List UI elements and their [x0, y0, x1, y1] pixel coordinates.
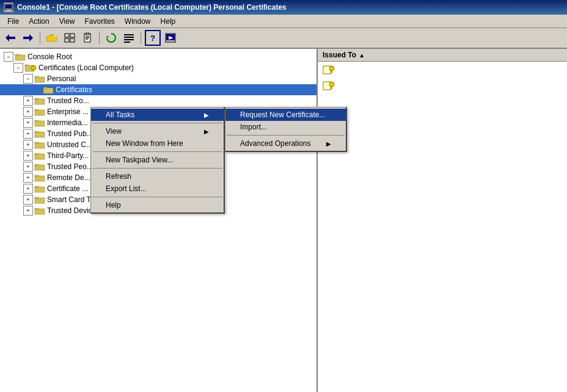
tree-item-trusted-root[interactable]: + Trusted Ro... — [0, 95, 316, 106]
expand-trusted-dev[interactable]: + — [23, 206, 33, 216]
menu-view[interactable]: View — [54, 16, 80, 27]
tree-label-certificate: Certificate ... — [47, 184, 88, 193]
menu-favorites[interactable]: Favorites — [80, 16, 120, 27]
submenu-item-import[interactable]: Import... — [225, 121, 346, 133]
tree-label-third-party: Third-Party... — [47, 151, 89, 160]
context-menu-item-view[interactable]: View ▶ — [91, 125, 224, 137]
clipboard-button[interactable] — [79, 30, 95, 46]
context-menu-item-new-taskpad[interactable]: New Taskpad View... — [91, 154, 224, 166]
issued-to-column[interactable]: Issued To — [323, 51, 356, 59]
refresh-button[interactable] — [103, 30, 119, 46]
svg-rect-61 — [35, 198, 45, 203]
expand-trusted-pub[interactable]: + — [23, 129, 33, 139]
context-menu-item-help[interactable]: Help — [91, 199, 224, 211]
collapse-personal[interactable]: − — [23, 74, 33, 84]
svg-point-67 — [331, 67, 334, 70]
list-button[interactable] — [121, 30, 137, 46]
menu-action[interactable]: Action — [24, 16, 54, 27]
expand-enterprise[interactable]: + — [23, 107, 33, 117]
context-menu-item-all-tasks[interactable]: All Tasks ▶ — [91, 109, 224, 121]
svg-rect-52 — [35, 142, 38, 143]
import-label: Import... — [240, 123, 267, 131]
svg-rect-25 — [124, 34, 134, 35]
expand-third-party[interactable]: + — [23, 151, 33, 161]
new-taskpad-label: New Taskpad View... — [106, 156, 173, 164]
toolbar-sep-2 — [99, 32, 100, 44]
expand-remote-de[interactable]: + — [23, 173, 33, 183]
collapse-certificates-local[interactable]: − — [13, 63, 23, 73]
svg-rect-59 — [35, 187, 45, 192]
svg-rect-1 — [5, 5, 12, 9]
cert-icon-1 — [323, 64, 335, 75]
svg-rect-16 — [70, 34, 75, 37]
svg-rect-63 — [35, 209, 45, 214]
open-button[interactable] — [44, 30, 60, 46]
expand-intermediate[interactable]: + — [23, 118, 33, 128]
svg-rect-7 — [23, 37, 29, 39]
svg-rect-72 — [331, 87, 332, 89]
submenu-item-request-new-cert[interactable]: Request New Certificate... — [225, 109, 346, 121]
personal-folder-icon — [34, 74, 45, 83]
tree-label-untrusted: Untrusted C... — [47, 140, 92, 149]
svg-rect-41 — [43, 88, 53, 93]
svg-rect-27 — [124, 39, 134, 40]
toolbar-sep-1 — [40, 32, 40, 44]
menu-file[interactable]: File — [2, 16, 24, 27]
tree-label-console-root: Console Root — [27, 53, 72, 61]
svg-rect-10 — [46, 41, 57, 42]
tree-item-console-root[interactable]: − Console Root — [0, 51, 316, 62]
back-button[interactable] — [2, 30, 18, 46]
svg-rect-62 — [35, 197, 38, 198]
svg-marker-12 — [49, 34, 54, 36]
tree-item-certificates[interactable]: Certificates — [0, 84, 316, 95]
svg-rect-32 — [15, 55, 25, 60]
svg-rect-64 — [35, 208, 38, 209]
tree-item-personal[interactable]: − Personal — [0, 73, 316, 84]
tree-label-enterprise: Enterprise ... — [47, 107, 89, 116]
export-list-label: Export List... — [106, 184, 147, 193]
expand-trusted-peo[interactable]: + — [23, 162, 33, 172]
svg-rect-60 — [35, 186, 38, 187]
cert-item-2[interactable] — [318, 78, 567, 93]
cert-item-1[interactable] — [318, 62, 567, 78]
run-button[interactable] — [163, 30, 178, 46]
context-menu-item-refresh[interactable]: Refresh — [91, 170, 224, 183]
svg-rect-20 — [86, 33, 89, 35]
svg-rect-33 — [15, 54, 19, 56]
right-pane-header[interactable]: Issued To ▲ — [318, 49, 567, 62]
expand-smart-card[interactable]: + — [23, 195, 33, 205]
context-menu-item-export-list[interactable]: Export List... — [91, 183, 224, 195]
svg-rect-69 — [323, 82, 331, 90]
expand-untrusted[interactable]: + — [23, 140, 33, 150]
toolbar: ? — [0, 28, 567, 49]
forward-button[interactable] — [20, 30, 36, 46]
menu-window[interactable]: Window — [120, 16, 156, 27]
expand-trusted-root[interactable]: + — [23, 96, 33, 106]
svg-rect-68 — [331, 71, 332, 73]
context-menu-sep-3 — [92, 168, 222, 169]
svg-rect-44 — [35, 98, 38, 100]
all-tasks-label: All Tasks — [106, 111, 134, 119]
cert-icon-2 — [323, 80, 335, 91]
help-button[interactable]: ? — [145, 30, 161, 46]
svg-rect-47 — [35, 121, 45, 126]
request-new-cert-label: Request New Certificate... — [240, 111, 325, 119]
expand-certificate[interactable]: + — [23, 184, 33, 194]
certificate-icon — [34, 184, 45, 193]
context-menu-item-new-window[interactable]: New Window from Here — [91, 137, 224, 150]
svg-rect-40 — [35, 76, 38, 78]
svg-marker-4 — [5, 34, 9, 42]
svg-rect-55 — [35, 165, 45, 170]
tree-label-trusted-root: Trusted Ro... — [47, 96, 89, 105]
collapse-console-root[interactable]: − — [4, 52, 13, 62]
tree-pane[interactable]: − Console Root − Certificates (Local Com… — [0, 49, 318, 392]
menu-help[interactable]: Help — [156, 16, 181, 27]
tree-item-certificates-local[interactable]: − Certificates (Local Computer) — [0, 62, 316, 73]
submenu-item-advanced-ops[interactable]: Advanced Operations ▶ — [225, 137, 346, 150]
submenu-sep-1 — [227, 135, 345, 136]
svg-rect-26 — [124, 37, 134, 38]
context-menu: All Tasks ▶ View ▶ New Window from Here … — [90, 107, 225, 214]
grid-button[interactable] — [62, 30, 78, 46]
trusted-dev-icon — [34, 206, 45, 215]
refresh-label: Refresh — [106, 172, 131, 181]
